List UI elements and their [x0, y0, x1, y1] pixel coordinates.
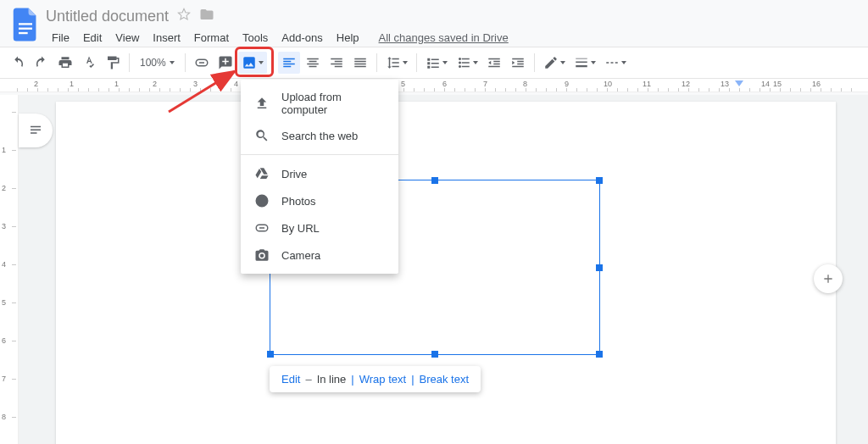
explore-button[interactable]	[814, 264, 843, 293]
line-spacing-button[interactable]	[382, 52, 411, 74]
resize-handle[interactable]	[431, 177, 438, 184]
menu-format[interactable]: Format	[188, 29, 235, 47]
link-icon	[254, 220, 270, 236]
image-edit-link[interactable]: Edit	[281, 373, 300, 386]
menu-item-label: Search the web	[281, 130, 358, 142]
zoom-value: 100%	[140, 57, 166, 69]
increase-indent-button[interactable]	[507, 52, 529, 74]
add-comment-button[interactable]	[214, 52, 236, 74]
resize-handle[interactable]	[596, 264, 603, 271]
print-button[interactable]	[54, 52, 76, 74]
menu-item-label: Camera	[281, 249, 320, 262]
menu-insert[interactable]: Insert	[147, 29, 186, 47]
toolbar: 100%	[0, 47, 868, 79]
spellcheck-button[interactable]	[78, 52, 100, 74]
search-icon	[254, 128, 270, 143]
align-right-button[interactable]	[326, 52, 348, 74]
align-left-button[interactable]	[278, 52, 300, 74]
save-status[interactable]: All changes saved in Drive	[379, 31, 509, 44]
insert-image-button[interactable]	[238, 52, 267, 74]
border-color-button[interactable]	[540, 52, 569, 74]
menu-item-label: Upload from computer	[281, 91, 381, 116]
camera-icon	[254, 247, 270, 263]
align-justify-button[interactable]	[349, 52, 371, 74]
svg-rect-2	[19, 32, 28, 34]
titlebar: Untitled document File Edit View Insert …	[0, 0, 868, 47]
horizontal-ruler[interactable]: 2112345678910111213141516	[0, 79, 868, 92]
drive-icon	[254, 166, 270, 181]
menu-drive[interactable]: Drive	[241, 160, 398, 187]
menu-view[interactable]: View	[109, 29, 145, 47]
document-page[interactable]: Edit – In line | Wrap text | Break text	[56, 102, 836, 444]
vertical-ruler[interactable]: 123456789	[0, 95, 19, 444]
resize-handle[interactable]	[596, 351, 603, 358]
menu-edit[interactable]: Edit	[77, 29, 108, 47]
align-center-button[interactable]	[302, 52, 324, 74]
paint-format-button[interactable]	[102, 52, 124, 74]
menu-item-label: Drive	[281, 168, 307, 180]
workspace: 123456789 Edit – In line | Wrap text | B…	[0, 95, 868, 444]
menu-upload-from-computer[interactable]: Upload from computer	[241, 85, 398, 122]
document-outline-button[interactable]	[19, 114, 53, 147]
menu-tools[interactable]: Tools	[236, 29, 274, 47]
undo-button[interactable]	[7, 52, 29, 74]
bulleted-list-button[interactable]	[453, 52, 481, 74]
svg-rect-1	[19, 28, 32, 30]
docs-logo[interactable]	[8, 5, 42, 44]
menu-photos[interactable]: Photos	[241, 187, 398, 214]
menu-item-label: Photos	[281, 195, 315, 208]
menu-help[interactable]: Help	[331, 29, 365, 47]
menu-file[interactable]: File	[46, 29, 75, 47]
menu-item-label: By URL	[281, 222, 320, 235]
move-folder-icon[interactable]	[199, 7, 214, 25]
image-inline-option[interactable]: In line	[317, 373, 347, 386]
menubar: File Edit View Insert Format Tools Add-o…	[46, 29, 509, 47]
resize-handle[interactable]	[431, 351, 438, 358]
checklist-button[interactable]	[422, 52, 451, 74]
photos-icon	[254, 193, 270, 208]
resize-handle[interactable]	[596, 177, 603, 184]
menu-camera[interactable]: Camera	[241, 241, 398, 269]
upload-icon	[254, 96, 270, 111]
border-dash-button[interactable]	[601, 52, 630, 74]
zoom-select[interactable]: 100%	[135, 57, 180, 69]
resize-handle[interactable]	[267, 351, 274, 358]
insert-link-button[interactable]	[191, 52, 213, 74]
decrease-indent-button[interactable]	[483, 52, 505, 74]
image-options-toolbar: Edit – In line | Wrap text | Break text	[270, 366, 481, 392]
image-break-option[interactable]: Break text	[420, 373, 470, 386]
document-title[interactable]: Untitled document	[46, 8, 169, 25]
menu-by-url[interactable]: By URL	[241, 214, 398, 241]
insert-image-menu: Upload from computer Search the web Driv…	[241, 80, 398, 274]
menu-search-the-web[interactable]: Search the web	[241, 122, 398, 149]
menu-addons[interactable]: Add-ons	[275, 29, 328, 47]
border-weight-button[interactable]	[570, 52, 599, 74]
indent-marker-icon[interactable]	[735, 80, 743, 86]
star-icon[interactable]	[177, 8, 191, 25]
svg-rect-0	[19, 23, 32, 25]
redo-button[interactable]	[31, 52, 53, 74]
image-wrap-option[interactable]: Wrap text	[359, 373, 406, 386]
